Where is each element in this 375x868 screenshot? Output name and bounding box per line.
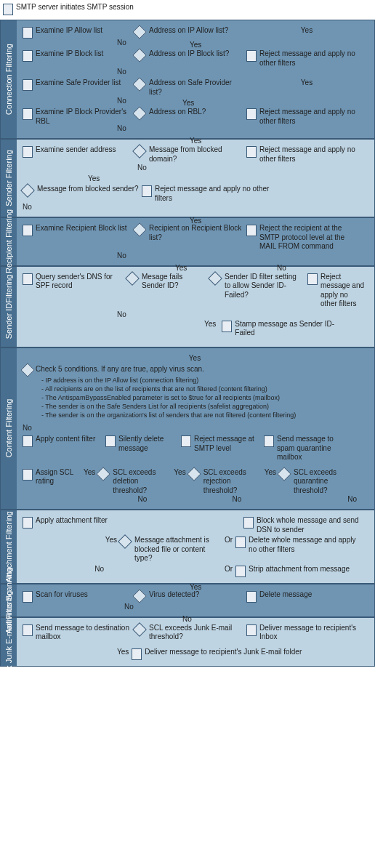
process-text: Apply content filter [36,435,95,444]
yes-label: Yes [84,468,95,476]
yes-label: Yes [23,536,117,544]
decision-icon [187,467,201,481]
decision-icon [132,106,147,121]
process-text: Examine Safe Provider list [36,79,121,88]
terminal-text: Deliver message to recipient's Junk E-ma… [145,648,302,657]
doc-icon [132,648,142,660]
terminal-text: Reject message and apply no other filter… [259,49,363,68]
yes-label: Yes [175,264,187,272]
yes-label: Yes [265,468,276,476]
doc-icon [243,517,254,529]
section-outlook-junk-filtering: Outlook Junk E-mail Filtering Send messa… [0,617,375,667]
decision-text: Recipient on Recipient Block list? [149,224,243,242]
doc-icon [142,185,152,197]
no-label: No [182,615,192,623]
decision-icon [132,589,147,603]
doc-icon [23,517,33,529]
decision-icon [132,144,147,158]
decision-text: Address on IP Allow list? [149,26,228,36]
doc-icon [264,435,274,447]
doc-icon [23,27,33,39]
section-label: Content Filtering [1,348,17,510]
doc-icon [23,624,33,636]
decision-icon [132,222,147,237]
yes-label: Yes [88,174,100,182]
no-label: No [95,495,190,503]
decision-text: SCL exceeds rejection threshold? [203,468,262,496]
process-text: Query sender's DNS for SPF record [36,273,124,291]
doc-icon [246,591,257,603]
doc-icon [23,273,33,285]
doc-icon [246,50,257,62]
decision-icon [125,271,140,286]
doc-icon [235,566,246,577]
doc-icon [23,435,33,447]
doc-icon [222,321,232,332]
decision-icon [132,25,147,39]
no-label: No [137,164,367,172]
no-label: No [190,495,284,503]
process-text: Apply attachment filter [36,516,108,526]
doc-icon [246,146,257,158]
decision-icon [132,48,147,63]
no-label: No [277,264,286,272]
terminal-text: Delete message [259,590,312,600]
process-text: Examine IP Block Provider's RBL [36,108,132,126]
section-label: Connection Filtering [1,20,17,138]
terminal-text: Reject message and apply no other filter… [259,145,363,164]
yes-label: Yes [182,99,194,107]
decision-text: Message from blocked sender? [37,185,139,194]
section-content-filtering: Content Filtering Yes Check 5 conditions… [0,347,375,510]
section-label: Recipient Filtering [1,218,17,265]
doc-icon [23,591,33,603]
section-antivirus-scanning: Antivirus Scanning Scan for viruses Viru… [0,584,375,617]
decision-text: SCL exceeds quarantine threshold? [294,468,352,496]
or-label: Or [225,536,233,544]
yes-label: Yes [174,468,185,476]
no-label: No [284,495,357,503]
no-label: No [23,424,367,432]
doc-icon [23,79,33,91]
process-text: Examine sender address [36,145,116,155]
terminal-text: Reject the recipient at the SMTP protoco… [259,224,363,252]
decision-text: Address on Safe Provider list? [149,79,243,97]
decision-text: Message attachment is blocked file or co… [134,536,222,563]
yes-label: Yes [190,217,201,225]
decision-text: Virus detected? [149,590,199,600]
no-label: No [117,39,367,47]
decision-icon [277,467,291,481]
process-text: Send message to destination mailbox [36,624,132,642]
section-sender-filtering: Sender Filtering Examine sender address … [0,139,375,217]
doc-icon [246,624,257,636]
no-label: No [124,603,367,611]
terminal-text: Strip attachment from message [249,565,350,574]
process-text: Examine Recipient Block list [36,224,127,233]
doc-icon [181,435,191,447]
section-connection-filtering: Connection Filtering Examine IP Allow li… [0,20,375,139]
section-label: Sender IDFiltering [1,267,17,347]
process-text: Examine IP Block list [36,49,103,59]
doc-icon [246,108,257,120]
decision-icon [118,534,132,549]
process-text: Assign SCL rating [36,468,81,486]
decision-icon [20,183,35,198]
conditions-title: Check 5 conditions. If any are true, app… [36,365,367,373]
yes-label: Yes [204,320,216,328]
terminal-text: Stamp message as Sender ID-Failed [235,320,352,338]
process-text: Examine IP Allow list [36,26,102,36]
start-node: SMTP server initiates SMTP session [0,0,375,20]
decision-text: SCL exceeds Junk E-mail threshold? [149,624,243,642]
terminal-text: Block whole message and send DSN to send… [257,516,367,534]
doc-icon [23,108,33,120]
terminal-text: Deliver message to recipient's Inbox [259,624,363,642]
decision-text: Address on RBL? [149,108,206,117]
conditions-list: IP address is on the IP Allow list (conn… [36,376,367,420]
yes-label: Yes [190,41,201,49]
decision-text: Sender ID filter setting to allow Sender… [225,273,305,300]
no-label: No [23,203,367,211]
section-attachment-filtering: Attachment Filtering Apply attachment fi… [0,510,375,584]
no-label: No [23,565,104,573]
decision-text: Message from blocked domain? [149,145,243,164]
doc-icon [105,435,116,447]
doc-icon [23,469,33,481]
